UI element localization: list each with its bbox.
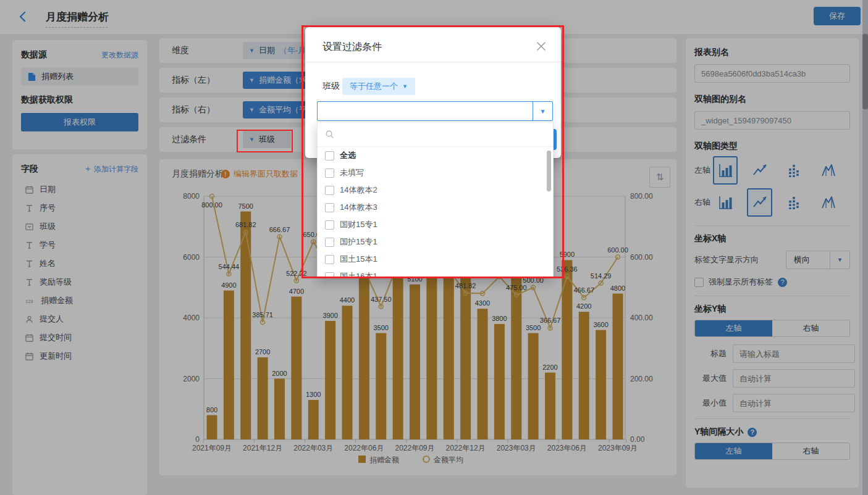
operator-select[interactable]: 等于任意一个 ▼ [342,78,415,95]
option-checkbox[interactable] [325,151,334,160]
filter-option-未填写[interactable]: 未填写 [318,164,553,181]
filter-option-国财15专1[interactable]: 国财15专1 [318,216,553,233]
option-checkbox[interactable] [325,238,334,247]
option-checkbox[interactable] [325,168,334,178]
filter-option-14体教本2[interactable]: 14体教本2 [318,181,553,199]
filter-option-国护15专1[interactable]: 国护15专1 [318,233,553,251]
filter-option-国土15本1[interactable]: 国土15本1 [318,251,553,268]
option-checkbox[interactable] [325,220,334,230]
caret-down-icon[interactable]: ▼ [533,102,552,120]
filter-option-全选[interactable]: 全选 [318,147,553,164]
search-icon [325,130,334,139]
filter-options-popup: 全选未填写14体教本214体教本3国财15专1国护15专1国土15本1国土16本… [317,122,554,277]
close-icon[interactable] [535,40,547,52]
option-checkbox[interactable] [325,186,334,195]
option-checkbox[interactable] [325,272,334,278]
filter-value-select[interactable]: ▼ [317,101,553,121]
dialog-title: 设置过滤条件 [322,41,382,54]
caret-down-icon: ▼ [402,83,408,89]
option-checkbox[interactable] [325,203,334,212]
popup-scrollbar-thumb[interactable] [547,151,551,191]
option-search-input[interactable] [340,130,546,139]
search-row [318,122,553,147]
options-list: 全选未填写14体教本214体教本3国财15专1国护15专1国土15本1国土16本… [318,147,553,277]
option-checkbox[interactable] [325,255,334,264]
filter-field-label: 班级 [322,78,340,95]
filter-option-国土16本1[interactable]: 国土16本1 [318,268,553,277]
filter-option-14体教本3[interactable]: 14体教本3 [318,199,553,216]
